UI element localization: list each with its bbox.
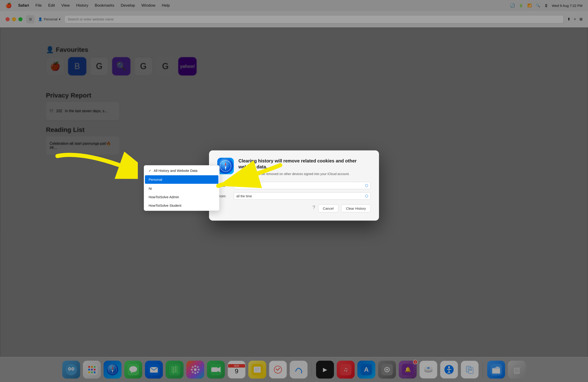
- help-button[interactable]: ?: [312, 204, 315, 212]
- clear-select[interactable]: All History ⬡: [234, 182, 371, 189]
- dropdown-item-howtoisolve-admin[interactable]: HowToiSolve Admin: [144, 193, 219, 201]
- dropdown-item-all-history[interactable]: ✓ All History and Website Data: [144, 166, 219, 175]
- checkmark-icon: ✓: [149, 169, 151, 172]
- cancel-button[interactable]: Cancel: [318, 204, 338, 212]
- dropdown-item-personal[interactable]: Personal: [145, 175, 218, 184]
- clear-history-button[interactable]: Clear History: [341, 204, 371, 212]
- dropdown-item-howtoisolve-student[interactable]: HowToiSolve Student: [144, 201, 219, 210]
- dropdown-item-ni[interactable]: Ni: [144, 184, 219, 193]
- dialog-title: Clearing history will remove related coo…: [238, 158, 371, 170]
- dialog-subtitle: History will also be removed on other de…: [238, 172, 371, 176]
- safari-app-icon: [217, 158, 234, 174]
- from-select[interactable]: all the time ⬡: [234, 192, 371, 200]
- clear-history-dialog: Clearing history will remove related coo…: [209, 150, 379, 220]
- from-dropdown: ✓ All History and Website Data Personal …: [144, 165, 220, 211]
